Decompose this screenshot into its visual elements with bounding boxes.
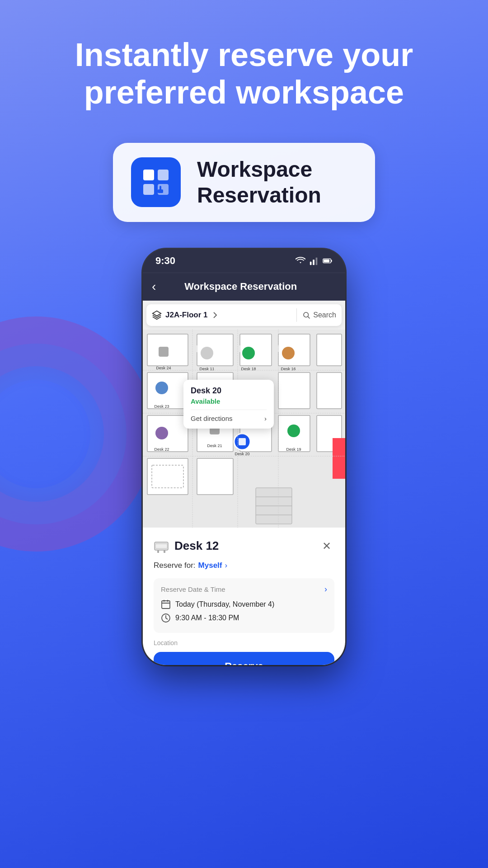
desk-icon [154, 538, 169, 554]
floor-divider [296, 308, 297, 322]
floor-selector-bar: J2A-Floor 1 Search [146, 304, 342, 326]
app-name: Workspace Reservation [197, 156, 321, 208]
calendar-icon [161, 599, 171, 609]
svg-rect-68 [155, 544, 167, 548]
svg-marker-11 [153, 311, 161, 316]
search-label: Search [313, 311, 336, 319]
reserve-for-value: Myself [198, 561, 222, 570]
svg-point-12 [304, 312, 309, 317]
status-bar: 9:30 [143, 249, 345, 273]
search-icon [302, 311, 310, 319]
reserve-for-row[interactable]: Reserve for: Myself › [154, 561, 334, 570]
tooltip-desk-name: Desk 20 [191, 386, 267, 396]
svg-rect-48 [155, 382, 168, 394]
svg-text:Desk 20: Desk 20 [235, 452, 249, 456]
svg-rect-1 [158, 170, 169, 180]
hero-title: Instantly reserve your preferred workspa… [0, 0, 488, 111]
floor-arrow-icon [211, 311, 219, 319]
svg-rect-53 [239, 438, 246, 445]
svg-rect-33 [197, 458, 233, 495]
svg-rect-9 [331, 259, 332, 262]
tooltip-status: Available [191, 397, 267, 405]
svg-text:Desk 23: Desk 23 [154, 404, 169, 409]
reserve-for-arrow: › [225, 561, 228, 570]
svg-rect-34 [333, 438, 345, 479]
status-icons [296, 256, 333, 266]
topbar-title: Workspace Reservation [163, 281, 318, 292]
svg-rect-66 [157, 550, 159, 553]
svg-rect-26 [317, 373, 342, 409]
svg-rect-67 [164, 550, 165, 553]
map-area[interactable]: J2A-Floor 1 Search [143, 301, 345, 528]
date-text: Today (Thursday, November 4) [175, 600, 274, 609]
svg-rect-6 [313, 259, 314, 265]
svg-rect-7 [316, 257, 318, 265]
date-time-label: Reserve Date & Time [161, 585, 225, 593]
close-button[interactable]: ✕ [319, 538, 334, 554]
svg-rect-25 [278, 373, 310, 409]
svg-rect-4 [158, 189, 163, 193]
panel-header: Desk 12 ✕ [154, 538, 334, 554]
svg-rect-46 [159, 347, 169, 357]
date-time-header[interactable]: Reserve Date & Time › [161, 585, 327, 594]
svg-rect-19 [317, 334, 342, 366]
reserve-button[interactable]: Reserve [154, 652, 334, 665]
svg-line-13 [308, 316, 310, 318]
app-topbar: ‹ Workspace Reservation [143, 273, 345, 301]
wifi-icon [296, 256, 305, 266]
floor-selector[interactable]: J2A-Floor 1 [152, 310, 291, 320]
svg-rect-32 [147, 458, 188, 495]
floor-name: J2A-Floor 1 [165, 311, 208, 320]
date-row: Today (Thursday, November 4) [161, 599, 327, 609]
svg-text:Desk 22: Desk 22 [154, 447, 169, 452]
phone: 9:30 ‹ [143, 249, 345, 665]
svg-rect-57 [287, 425, 300, 437]
svg-text:Desk 21: Desk 21 [207, 443, 222, 448]
location-label: Location [154, 639, 334, 646]
panel-desk-info: Desk 12 [154, 538, 219, 554]
phone-mockup: 9:30 ‹ [0, 249, 488, 665]
status-time: 9:30 [155, 255, 175, 267]
date-time-arrow: › [324, 585, 327, 594]
svg-text:Desk 19: Desk 19 [286, 447, 301, 452]
reserve-for-label: Reserve for: [154, 561, 196, 570]
tooltip-directions[interactable]: Get directions › [191, 410, 267, 422]
app-card: Workspace Reservation [113, 143, 375, 222]
svg-rect-23 [147, 373, 188, 409]
directions-arrow: › [264, 415, 267, 422]
app-icon [131, 157, 181, 207]
desk-tooltip: Desk 20 Available Get directions › [183, 380, 274, 429]
panel-desk-name: Desk 12 [174, 539, 219, 553]
search-bar[interactable]: Search [302, 311, 336, 319]
floor-plan-svg: Desk 11 Desk 18 Desk 16 Desk 24 Desk 23 … [143, 330, 345, 528]
svg-rect-42 [242, 347, 255, 359]
svg-rect-69 [162, 601, 170, 609]
svg-rect-55 [155, 427, 168, 439]
back-button[interactable]: ‹ [152, 279, 156, 294]
reservation-panel: Desk 12 ✕ Reserve for: Myself › Reserve … [143, 528, 345, 665]
svg-rect-44 [282, 347, 295, 359]
directions-label: Get directions [191, 415, 233, 422]
svg-rect-5 [310, 262, 312, 265]
svg-rect-10 [324, 259, 329, 262]
date-time-section[interactable]: Reserve Date & Time › Today (Thursday, N… [154, 578, 334, 633]
signal-icon [309, 256, 319, 266]
svg-rect-0 [143, 170, 154, 180]
clock-icon [161, 613, 171, 623]
svg-rect-40 [201, 347, 213, 359]
time-row: 9:30 AM - 18:30 PM [161, 613, 327, 623]
battery-icon [323, 256, 333, 266]
layers-icon [152, 310, 162, 320]
time-text: 9:30 AM - 18:30 PM [175, 614, 239, 622]
svg-rect-2 [143, 184, 154, 195]
svg-text:Desk 24: Desk 24 [156, 366, 171, 370]
